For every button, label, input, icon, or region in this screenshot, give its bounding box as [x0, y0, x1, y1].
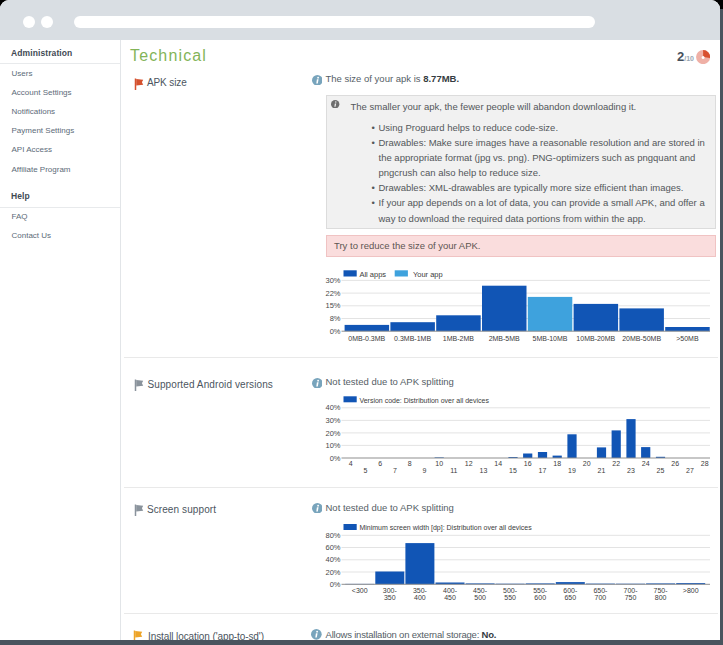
svg-text:24: 24 — [642, 460, 650, 467]
svg-text:400: 400 — [414, 594, 426, 601]
svg-text:10MB-20MB: 10MB-20MB — [576, 335, 615, 342]
svg-text:26: 26 — [671, 460, 679, 467]
svg-text:27: 27 — [686, 467, 694, 474]
svg-text:300-: 300- — [383, 587, 398, 594]
svg-text:All apps: All apps — [359, 270, 386, 279]
svg-text:20MB-50MB: 20MB-50MB — [622, 335, 661, 342]
svg-text:11: 11 — [450, 467, 457, 474]
svg-text:400-: 400- — [443, 587, 458, 594]
svg-text:80%: 80% — [325, 531, 340, 540]
svg-text:450: 450 — [444, 594, 456, 601]
svg-text:700-: 700- — [623, 587, 638, 594]
svg-text:13: 13 — [480, 467, 488, 474]
svg-text:22%: 22% — [325, 289, 340, 298]
svg-text:5MB-10MB: 5MB-10MB — [532, 335, 567, 342]
svg-text:15: 15 — [509, 467, 517, 474]
svg-text:550-: 550- — [533, 587, 548, 594]
svg-text:1MB-2MB: 1MB-2MB — [443, 335, 474, 342]
svg-text:40%: 40% — [325, 555, 340, 564]
svg-text:15%: 15% — [325, 301, 340, 310]
svg-text:30%: 30% — [325, 276, 340, 285]
svg-text:5: 5 — [363, 467, 367, 474]
svg-text:25: 25 — [657, 467, 665, 474]
svg-text:0%: 0% — [330, 580, 341, 589]
svg-text:Minimum screen width [dp]: Dis: Minimum screen width [dp]: Distribution … — [359, 524, 532, 532]
svg-text:0.3MB-1MB: 0.3MB-1MB — [394, 335, 431, 342]
svg-text:350-: 350- — [413, 587, 428, 594]
svg-text:500: 500 — [474, 594, 486, 601]
svg-text:2MB-5MB: 2MB-5MB — [489, 335, 520, 342]
svg-text:10: 10 — [435, 460, 443, 467]
svg-text:600-: 600- — [563, 587, 578, 594]
svg-text:40%: 40% — [325, 403, 340, 412]
svg-text:>800: >800 — [683, 587, 699, 594]
svg-text:18: 18 — [553, 460, 561, 467]
svg-text:<300: <300 — [352, 587, 368, 594]
svg-text:600: 600 — [534, 594, 546, 601]
svg-text:16: 16 — [524, 460, 532, 467]
svg-text:22: 22 — [612, 460, 620, 467]
svg-text:Your app: Your app — [413, 270, 443, 279]
svg-text:30%: 30% — [325, 416, 340, 425]
svg-text:0%: 0% — [330, 454, 341, 463]
svg-text:Version code: Distribution ove: Version code: Distribution over all devi… — [359, 397, 489, 404]
svg-text:20: 20 — [583, 460, 591, 467]
svg-text:0%: 0% — [330, 327, 341, 336]
svg-text:800: 800 — [655, 594, 667, 601]
svg-text:17: 17 — [539, 467, 547, 474]
svg-text:550: 550 — [504, 594, 516, 601]
svg-text:20%: 20% — [325, 429, 340, 438]
svg-text:500-: 500- — [503, 587, 518, 594]
svg-text:23: 23 — [627, 467, 635, 474]
svg-text:4: 4 — [349, 460, 353, 467]
svg-text:8: 8 — [408, 460, 412, 467]
svg-text:10%: 10% — [325, 441, 340, 450]
svg-text:9: 9 — [422, 467, 426, 474]
svg-text:19: 19 — [568, 467, 576, 474]
svg-text:20%: 20% — [325, 568, 340, 577]
svg-text:6: 6 — [378, 460, 382, 467]
svg-text:60%: 60% — [325, 543, 340, 552]
svg-text:650: 650 — [564, 594, 576, 601]
svg-text:8%: 8% — [330, 314, 341, 323]
svg-text:>50MB: >50MB — [676, 335, 699, 342]
svg-text:0MB-0.3MB: 0MB-0.3MB — [348, 335, 385, 342]
svg-text:350: 350 — [384, 594, 396, 601]
svg-text:21: 21 — [598, 467, 606, 474]
svg-text:650-: 650- — [593, 587, 608, 594]
svg-text:7: 7 — [393, 467, 397, 474]
svg-text:450-: 450- — [473, 587, 488, 594]
svg-text:28: 28 — [701, 460, 709, 467]
svg-text:12: 12 — [465, 460, 473, 467]
svg-text:750-: 750- — [654, 587, 669, 594]
svg-text:750: 750 — [625, 594, 637, 601]
svg-text:14: 14 — [494, 460, 502, 467]
svg-text:700: 700 — [595, 594, 607, 601]
